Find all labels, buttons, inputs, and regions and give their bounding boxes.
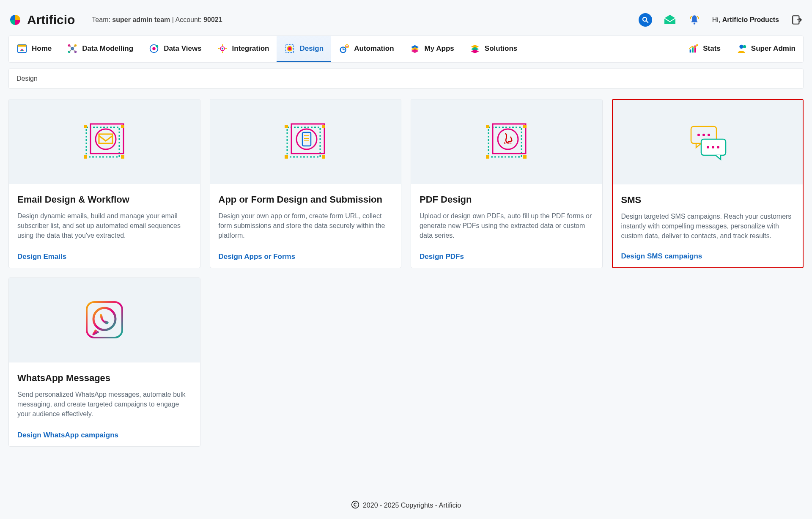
card-pdf-design: PDF PDF Design Upload or design own PDFs… bbox=[411, 99, 603, 268]
nav-solutions[interactable]: Solutions bbox=[462, 36, 525, 62]
svg-point-73 bbox=[352, 501, 359, 508]
artificio-logo-icon bbox=[8, 13, 22, 27]
svg-line-15 bbox=[72, 49, 75, 52]
svg-point-68 bbox=[707, 146, 709, 148]
svg-rect-59 bbox=[486, 155, 489, 159]
svg-point-0 bbox=[643, 17, 647, 21]
design-whatsapp-link[interactable]: Design WhatsApp campaigns bbox=[17, 431, 192, 439]
solutions-icon bbox=[469, 43, 480, 54]
svg-rect-58 bbox=[523, 125, 527, 128]
super-admin-icon bbox=[736, 43, 747, 54]
svg-rect-38 bbox=[84, 125, 87, 128]
card-desc: Send personalized WhatsApp messages, aut… bbox=[17, 390, 192, 419]
footer: 2020 - 2025 Copyrights - Artificio bbox=[0, 500, 812, 511]
svg-rect-5 bbox=[18, 44, 26, 47]
logout-icon[interactable] bbox=[790, 13, 804, 27]
pdf-design-icon: PDF bbox=[483, 118, 530, 166]
integration-icon bbox=[217, 43, 228, 54]
nav-data-views[interactable]: Data Views bbox=[141, 36, 209, 62]
nav-integration[interactable]: Integration bbox=[209, 36, 277, 62]
stats-icon bbox=[688, 43, 699, 54]
design-apps-forms-link[interactable]: Design Apps or Forms bbox=[219, 253, 393, 261]
svg-line-14 bbox=[69, 49, 72, 52]
whatsapp-icon bbox=[83, 299, 126, 342]
svg-text:PDF: PDF bbox=[504, 141, 512, 145]
app-form-design-icon bbox=[282, 118, 329, 166]
svg-point-66 bbox=[708, 134, 710, 136]
card-title: SMS bbox=[621, 195, 795, 206]
home-icon bbox=[16, 43, 27, 54]
brand-label: Artificio bbox=[27, 13, 75, 27]
card-title: App or Form Design and Submission bbox=[219, 194, 393, 205]
search-button[interactable] bbox=[639, 13, 652, 27]
design-emails-link[interactable]: Design Emails bbox=[17, 253, 192, 261]
card-desc: Upload or design own PDFs, auto fill up … bbox=[420, 211, 594, 241]
design-pdfs-link[interactable]: Design PDFs bbox=[420, 253, 594, 261]
svg-point-35 bbox=[743, 45, 746, 48]
card-title: Email Design & Workflow bbox=[17, 194, 192, 205]
svg-line-1 bbox=[646, 21, 648, 23]
card-title: PDF Design bbox=[420, 194, 594, 205]
design-icon bbox=[284, 43, 295, 54]
svg-line-12 bbox=[69, 45, 72, 48]
nav-automation[interactable]: Automation bbox=[331, 36, 401, 62]
svg-rect-49 bbox=[322, 155, 325, 159]
svg-point-69 bbox=[712, 146, 714, 148]
nav-my-apps[interactable]: My Apps bbox=[402, 36, 462, 62]
svg-rect-36 bbox=[86, 127, 119, 157]
team-account-info: Team: super admin team | Account: 90021 bbox=[92, 16, 222, 24]
header: Artificio Team: super admin team | Accou… bbox=[8, 8, 804, 36]
svg-rect-31 bbox=[690, 49, 691, 52]
svg-rect-41 bbox=[121, 155, 124, 159]
svg-rect-32 bbox=[692, 47, 694, 52]
svg-rect-48 bbox=[285, 155, 288, 159]
nav-data-modelling[interactable]: Data Modelling bbox=[59, 36, 141, 62]
svg-rect-46 bbox=[285, 125, 288, 128]
automation-icon bbox=[339, 43, 350, 54]
mail-icon[interactable] bbox=[663, 13, 677, 27]
data-views-icon bbox=[148, 43, 159, 54]
svg-point-2 bbox=[694, 23, 695, 25]
cards-grid: Email Design & Workflow Design dynamic e… bbox=[8, 99, 804, 447]
svg-point-17 bbox=[152, 47, 155, 50]
sms-icon bbox=[684, 121, 731, 164]
card-desc: Design your own app or form, create form… bbox=[219, 211, 393, 241]
card-title: WhatsApp Messages bbox=[17, 373, 192, 384]
data-modelling-icon bbox=[67, 43, 78, 54]
main-nav: Home Data Modelling bbox=[8, 36, 804, 63]
bell-icon[interactable] bbox=[688, 13, 701, 27]
nav-super-admin[interactable]: Super Admin bbox=[728, 36, 803, 62]
svg-line-13 bbox=[72, 45, 75, 48]
design-sms-link[interactable]: Design SMS campaigns bbox=[621, 252, 795, 261]
svg-point-64 bbox=[697, 134, 700, 136]
card-whatsapp: WhatsApp Messages Send personalized What… bbox=[8, 277, 200, 447]
card-app-form-design: App or Form Design and Submission Design… bbox=[210, 99, 402, 268]
card-sms: SMS Design targeted SMS campaigns. Reach… bbox=[612, 99, 804, 268]
breadcrumb: Design bbox=[8, 69, 804, 89]
svg-point-24 bbox=[222, 48, 223, 49]
user-greeting: Hi, Artificio Products bbox=[712, 16, 779, 24]
svg-point-72 bbox=[93, 308, 115, 330]
card-desc: Design targeted SMS campaigns. Reach you… bbox=[621, 211, 795, 241]
svg-rect-6 bbox=[21, 49, 23, 51]
email-design-icon bbox=[81, 118, 128, 166]
nav-stats[interactable]: Stats bbox=[680, 36, 728, 62]
svg-point-61 bbox=[498, 129, 518, 149]
svg-rect-60 bbox=[523, 155, 527, 159]
svg-rect-57 bbox=[486, 125, 489, 128]
svg-point-27 bbox=[288, 47, 291, 50]
svg-point-30 bbox=[346, 46, 348, 47]
my-apps-icon bbox=[409, 43, 420, 54]
svg-point-70 bbox=[717, 146, 719, 148]
copyright-icon bbox=[351, 500, 359, 511]
svg-point-18 bbox=[156, 45, 159, 47]
svg-rect-43 bbox=[99, 134, 112, 143]
card-email-design: Email Design & Workflow Design dynamic e… bbox=[8, 99, 200, 268]
nav-design[interactable]: Design bbox=[277, 36, 331, 62]
svg-rect-40 bbox=[84, 155, 87, 159]
svg-rect-51 bbox=[302, 132, 311, 146]
svg-point-65 bbox=[702, 134, 705, 136]
nav-home[interactable]: Home bbox=[9, 36, 59, 62]
svg-rect-47 bbox=[322, 125, 325, 128]
logo[interactable]: Artificio bbox=[8, 13, 75, 27]
